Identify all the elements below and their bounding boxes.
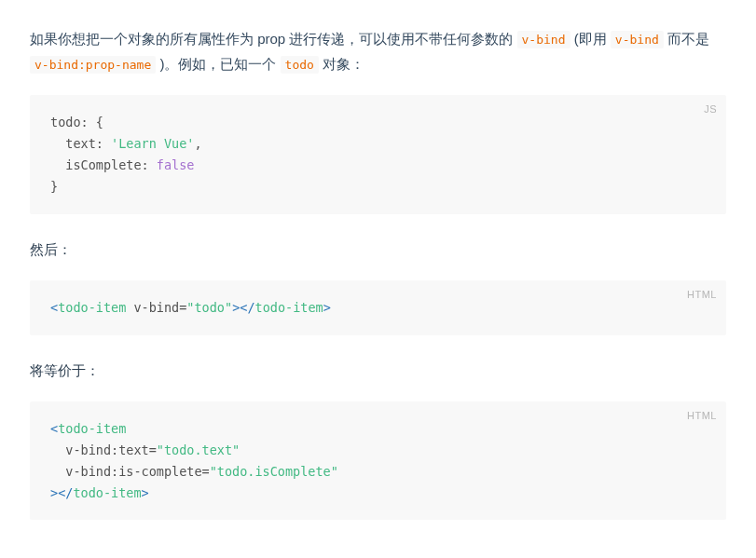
- inline-code-vbind-propname: v-bind:prop-name: [30, 56, 156, 74]
- heading-then: 然后：: [30, 237, 726, 262]
- heading-equiv: 将等价于：: [30, 358, 726, 383]
- code-block-html-expanded: HTML <todo-item v-bind:text="todo.text" …: [30, 401, 726, 521]
- text-segment: 而不是: [667, 31, 709, 47]
- inline-code-vbind: v-bind: [611, 31, 664, 48]
- code-content: <todo-item v-bind="todo"></todo-item>: [50, 297, 706, 319]
- code-lang-label: JS: [704, 101, 717, 118]
- text-segment: 对象：: [323, 56, 364, 72]
- code-lang-label: HTML: [687, 286, 717, 304]
- code-content: <todo-item v-bind:text="todo.text" v-bin…: [50, 418, 706, 504]
- text-segment: )。例如，已知一个: [159, 56, 280, 72]
- inline-code-vbind: v-bind: [517, 31, 570, 48]
- text-segment: (即用: [574, 31, 611, 47]
- code-content: todo: { text: 'Learn Vue', isComplete: f…: [50, 112, 706, 197]
- code-block-js: JS todo: { text: 'Learn Vue', isComplete…: [30, 95, 726, 214]
- code-block-html-short: HTML <todo-item v-bind="todo"></todo-ite…: [30, 280, 726, 335]
- intro-paragraph: 如果你想把一个对象的所有属性作为 prop 进行传递，可以使用不带任何参数的 v…: [30, 26, 726, 76]
- code-lang-label: HTML: [687, 407, 717, 425]
- text-segment: 如果你想把一个对象的所有属性作为 prop 进行传递，可以使用不带任何参数的: [30, 31, 517, 47]
- inline-code-todo: todo: [281, 56, 319, 74]
